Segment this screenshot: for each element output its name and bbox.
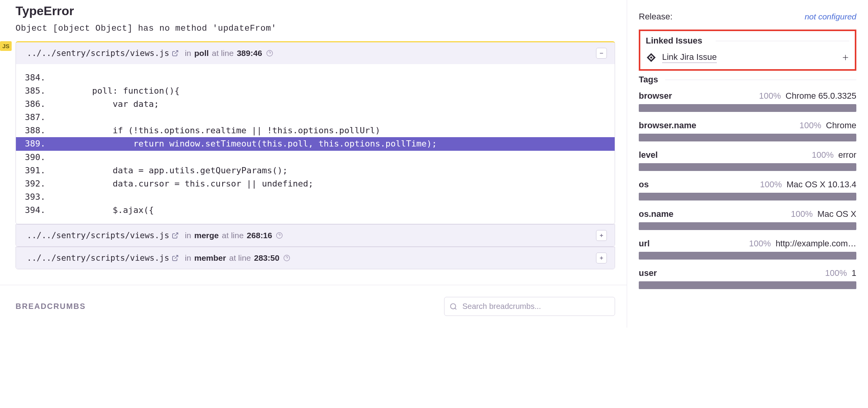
tag-key: level — [639, 150, 658, 160]
help-icon[interactable] — [266, 50, 273, 57]
code-line: 385 poll: function(){ — [16, 84, 615, 98]
stack-frame: ../../sentry/scripts/views.js in member … — [16, 247, 615, 269]
link-jira-label[interactable]: Link Jira Issue — [662, 52, 717, 63]
stack-frames: JS ../../sentry/scripts/views.js in poll… — [0, 41, 627, 269]
tag-bar — [639, 222, 856, 230]
linked-issues-title: Linked Issues — [646, 36, 849, 46]
tag-bar — [639, 193, 856, 201]
tag-value: Mac OS X 10.13.4 — [786, 180, 856, 190]
tags-title: Tags — [639, 75, 856, 85]
code-line: 388 if (!this.options.realtime || !this.… — [16, 124, 615, 137]
frame-code: 384 385 poll: function(){ 386 var data; … — [16, 64, 615, 224]
tag-percent: 100% — [812, 150, 833, 160]
frame-function: merge — [194, 231, 219, 240]
svg-line-15 — [455, 308, 457, 309]
at-line-label: at line — [212, 49, 234, 58]
tag-key: url — [639, 239, 650, 249]
svg-point-14 — [451, 303, 456, 309]
tag-percent: 100% — [791, 209, 812, 219]
code-line: 390 — [16, 151, 615, 164]
frame-line-col: 268:16 — [247, 231, 272, 240]
tag-percent: 100% — [760, 180, 782, 190]
svg-line-4 — [174, 233, 178, 236]
tag-percent: 100% — [799, 120, 821, 131]
language-badge: JS — [0, 41, 12, 51]
frame-path: ../../sentry/scripts/views.js — [27, 253, 169, 263]
code-line: 391 data = app.utils.getQueryParams(); — [16, 164, 615, 177]
frame-function: poll — [194, 49, 209, 58]
in-label: in — [185, 253, 191, 263]
tag-row[interactable]: url100%http://example.com… — [639, 239, 856, 260]
frame-header[interactable]: ../../sentry/scripts/views.js in merge a… — [16, 225, 615, 246]
tag-key: os — [639, 180, 649, 190]
error-message: Object [object Object] has no method 'up… — [16, 24, 615, 33]
svg-line-0 — [174, 51, 178, 54]
tag-value: Chrome — [826, 120, 856, 131]
code-line: 387 — [16, 111, 615, 124]
code-line-highlighted: 389 return window.setTimeout(this.poll, … — [16, 137, 615, 150]
tag-value: Chrome 65.0.3325 — [786, 91, 856, 101]
tag-bar — [639, 163, 856, 171]
tag-row[interactable]: user100%1 — [639, 268, 856, 289]
stack-frame: ../../sentry/scripts/views.js in merge a… — [16, 224, 615, 247]
collapse-button[interactable] — [596, 48, 607, 59]
code-line: 393 — [16, 190, 615, 204]
breadcrumbs-search-input[interactable] — [444, 297, 615, 316]
tag-bar — [639, 252, 856, 260]
tag-bar — [639, 134, 856, 141]
release-label: Release: — [639, 12, 673, 22]
help-icon[interactable] — [276, 232, 283, 239]
frame-path: ../../sentry/scripts/views.js — [27, 231, 169, 240]
tag-key: os.name — [639, 209, 673, 219]
tag-percent: 100% — [825, 268, 847, 278]
tag-value: http://example.com… — [776, 239, 856, 249]
plus-icon[interactable] — [842, 54, 849, 61]
external-link-icon[interactable] — [172, 50, 179, 57]
release-value[interactable]: not configured — [805, 12, 856, 21]
tag-row[interactable]: browser100%Chrome 65.0.3325 — [639, 91, 856, 112]
frame-path: ../../sentry/scripts/views.js — [27, 49, 169, 58]
frame-line-col: 389:46 — [237, 49, 262, 58]
code-line: 384 — [16, 71, 615, 84]
stack-frame: ../../sentry/scripts/views.js in poll at… — [16, 41, 615, 224]
tag-bar — [639, 281, 856, 289]
tag-key: browser — [639, 91, 672, 101]
svg-line-9 — [174, 255, 178, 258]
tag-percent: 100% — [749, 239, 771, 249]
link-jira-row[interactable]: Link Jira Issue — [646, 52, 849, 63]
code-line: 386 var data; — [16, 98, 615, 111]
jira-icon — [646, 52, 657, 63]
at-line-label: at line — [229, 253, 251, 263]
tag-row[interactable]: level100%error — [639, 150, 856, 171]
code-line: 394 $.ajax({ — [16, 204, 615, 217]
tag-row[interactable]: os.name100%Mac OS X — [639, 209, 856, 230]
search-icon — [450, 303, 457, 310]
tag-value: Mac OS X — [817, 209, 856, 219]
help-icon[interactable] — [283, 255, 290, 262]
expand-button[interactable] — [596, 253, 607, 263]
breadcrumbs-title: BREADCRUMBS — [16, 302, 86, 311]
in-label: in — [185, 231, 191, 240]
at-line-label: at line — [222, 231, 244, 240]
tag-key: browser.name — [639, 120, 696, 131]
expand-button[interactable] — [596, 230, 607, 241]
in-label: in — [185, 49, 191, 58]
tag-value: error — [838, 150, 856, 160]
frame-header[interactable]: ../../sentry/scripts/views.js in poll at… — [16, 42, 615, 64]
tag-bar — [639, 104, 856, 112]
tag-row[interactable]: browser.name100%Chrome — [639, 120, 856, 141]
frame-header[interactable]: ../../sentry/scripts/views.js in member … — [16, 247, 615, 269]
frame-function: member — [194, 253, 226, 263]
error-title: TypeError — [16, 4, 615, 18]
external-link-icon[interactable] — [172, 255, 179, 262]
linked-issues-box: Linked Issues Link Jira Issue — [639, 30, 856, 71]
tag-percent: 100% — [759, 91, 781, 101]
tag-key: user — [639, 268, 657, 278]
external-link-icon[interactable] — [172, 232, 179, 239]
frame-line-col: 283:50 — [254, 253, 279, 263]
code-line: 392 data.cursor = this.cursor || undefin… — [16, 177, 615, 190]
tag-row[interactable]: os100%Mac OS X 10.13.4 — [639, 180, 856, 201]
tag-value: 1 — [852, 268, 856, 278]
